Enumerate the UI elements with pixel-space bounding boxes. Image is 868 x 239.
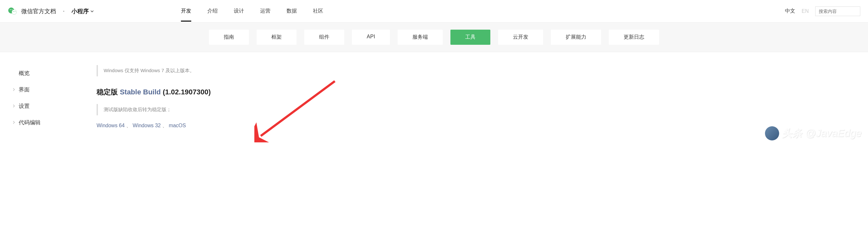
- sub-nav: 指南 框架 组件 API 服务端 工具 云开发 扩展能力 更新日志: [0, 23, 868, 52]
- brand-separator: ·: [63, 8, 64, 14]
- nav-community[interactable]: 社区: [313, 8, 323, 22]
- sidebar-item-label: 概览: [19, 69, 30, 77]
- nav-operate[interactable]: 运营: [260, 8, 271, 22]
- watermark-text: 头条 @JavaEdge: [782, 126, 862, 141]
- lang-en[interactable]: EN: [802, 8, 809, 14]
- svg-point-2: [10, 9, 11, 10]
- sidebar-item-overview[interactable]: 概览: [10, 65, 81, 82]
- download-win64[interactable]: Windows 64: [97, 123, 125, 128]
- sub-nav-tools[interactable]: 工具: [451, 30, 490, 45]
- sidebar-item-code-editor[interactable]: 代码编辑: [10, 114, 81, 131]
- nav-design[interactable]: 设计: [234, 8, 244, 22]
- sidebar-item-label: 界面: [19, 86, 30, 93]
- nav-develop[interactable]: 开发: [181, 8, 191, 22]
- svg-point-4: [13, 11, 14, 11]
- sub-nav-changelog[interactable]: 更新日志: [609, 30, 659, 45]
- product-dropdown[interactable]: 小程序: [71, 7, 94, 15]
- sub-nav-cloud[interactable]: 云开发: [498, 30, 543, 45]
- content-wrapper: 概览 界面 设置 代码编辑 Windows 仅支持 Windows 7 及以上版…: [0, 52, 868, 144]
- svg-point-3: [11, 9, 12, 10]
- chevron-right-icon: [12, 88, 16, 92]
- svg-point-5: [15, 11, 16, 11]
- version-label-en: Stable Build: [120, 88, 161, 96]
- separator: 、: [162, 123, 169, 128]
- nav-intro[interactable]: 介绍: [207, 8, 218, 22]
- svg-point-1: [12, 10, 17, 14]
- version-heading: 稳定版 Stable Build (1.02.1907300): [97, 87, 431, 97]
- brand-section: 微信官方文档 · 小程序: [8, 6, 94, 16]
- sub-nav-server[interactable]: 服务端: [398, 30, 443, 45]
- chevron-down-icon: [90, 9, 94, 13]
- sub-nav-extend[interactable]: 扩展能力: [551, 30, 601, 45]
- sidebar-item-label: 代码编辑: [19, 119, 40, 126]
- version-number: (1.02.1907300): [163, 88, 211, 96]
- main-content: Windows 仅支持 Windows 7 及以上版本。 稳定版 Stable …: [90, 52, 444, 144]
- sidebar: 概览 界面 设置 代码编辑: [0, 52, 90, 144]
- version-label-cn: 稳定版: [97, 88, 118, 96]
- download-win32[interactable]: Windows 32: [133, 123, 161, 128]
- download-macos[interactable]: macOS: [169, 123, 186, 128]
- sub-nav-component[interactable]: 组件: [304, 30, 344, 45]
- watermark-avatar-icon: [765, 126, 779, 141]
- lang-zh[interactable]: 中文: [785, 8, 795, 14]
- sub-nav-framework[interactable]: 框架: [257, 30, 297, 45]
- sidebar-item-label: 设置: [19, 102, 30, 110]
- os-notice: Windows 仅支持 Windows 7 及以上版本。: [97, 65, 431, 76]
- nav-data[interactable]: 数据: [286, 8, 297, 22]
- sidebar-item-settings[interactable]: 设置: [10, 98, 81, 114]
- brand-text: 微信官方文档: [21, 7, 56, 15]
- search-input[interactable]: [815, 6, 860, 16]
- chevron-right-icon: [12, 120, 16, 125]
- product-dropdown-label: 小程序: [71, 7, 89, 15]
- lang-section: 中文 EN: [785, 6, 860, 16]
- separator: 、: [126, 123, 133, 128]
- watermark: 头条 @JavaEdge: [765, 126, 862, 141]
- sidebar-item-interface[interactable]: 界面: [10, 82, 81, 98]
- chevron-right-icon: [12, 104, 16, 109]
- sub-nav-guide[interactable]: 指南: [209, 30, 249, 45]
- main-nav: 开发 介绍 设计 运营 数据 社区: [181, 8, 323, 14]
- build-notice: 测试版缺陷收敛后转为稳定版；: [97, 104, 431, 115]
- header: 微信官方文档 · 小程序 开发 介绍 设计 运营 数据 社区 中文 EN: [0, 0, 868, 23]
- wechat-logo-icon: [8, 6, 18, 16]
- sub-nav-api[interactable]: API: [352, 30, 390, 45]
- download-links: Windows 64 、 Windows 32 、 macOS: [97, 122, 431, 129]
